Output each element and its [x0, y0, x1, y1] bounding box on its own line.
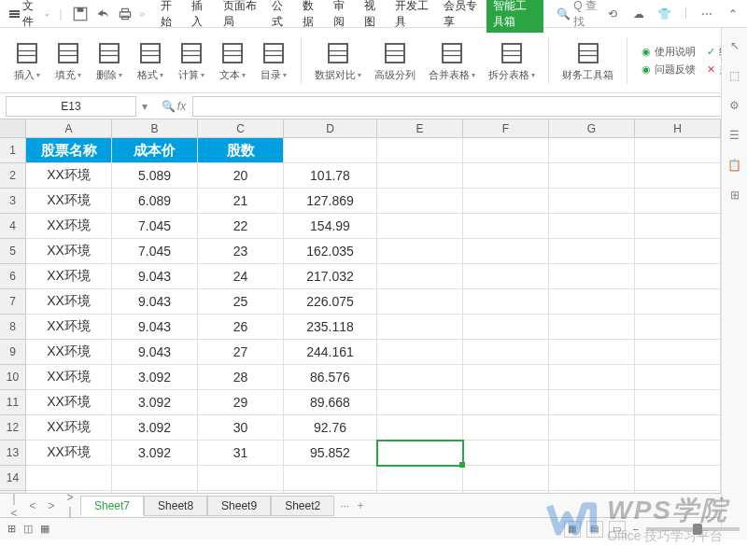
row-header[interactable]: 2	[0, 163, 26, 189]
sync-icon[interactable]: ⟲	[604, 6, 621, 22]
cell-H11[interactable]	[635, 390, 721, 415]
row-header[interactable]: 15	[0, 491, 26, 493]
cell-H1[interactable]	[635, 138, 721, 163]
cell-F11[interactable]	[463, 390, 549, 415]
cell-D14[interactable]	[284, 466, 377, 491]
row-header[interactable]: 9	[0, 340, 26, 365]
tab-插入[interactable]: 插入	[185, 0, 216, 33]
cell-F4[interactable]	[463, 214, 549, 239]
sheet-tab-Sheet9[interactable]: Sheet9	[207, 496, 271, 516]
cell-F13[interactable]	[463, 441, 549, 466]
sheet-tab-Sheet2[interactable]: Sheet2	[271, 496, 334, 516]
cell-H7[interactable]	[635, 289, 721, 315]
cell-F1[interactable]	[463, 138, 549, 163]
cell-C8[interactable]: 26	[198, 315, 284, 340]
cell-C14[interactable]	[198, 466, 284, 491]
ribbon-格式[interactable]: 格式▾	[131, 39, 170, 82]
cell-H6[interactable]	[635, 264, 721, 289]
col-header-E[interactable]: E	[377, 119, 463, 137]
cell-E14[interactable]	[377, 466, 463, 491]
zoom-slider[interactable]	[646, 527, 740, 531]
tab-会员专享[interactable]: 会员专享	[437, 0, 486, 33]
cell-H8[interactable]	[635, 315, 721, 340]
cell-A9[interactable]: XX环境	[26, 340, 112, 365]
cell-G1[interactable]	[549, 138, 635, 163]
cell-A13[interactable]: XX环境	[26, 441, 112, 466]
cell-D12[interactable]: 92.76	[284, 415, 377, 441]
cell-F15[interactable]	[463, 491, 549, 493]
cell-A5[interactable]: XX环境	[26, 239, 112, 264]
cell-F10[interactable]	[463, 365, 549, 390]
page-view-button[interactable]: ▤	[586, 521, 603, 538]
more-icon[interactable]: ⋯	[698, 6, 715, 22]
cell-H9[interactable]	[635, 340, 721, 365]
cell-F3[interactable]	[463, 189, 549, 214]
add-sheet-button[interactable]: ＋	[351, 497, 370, 513]
first-sheet-button[interactable]: ｜<	[6, 491, 22, 520]
fx-button[interactable]: 🔍 fx	[155, 100, 192, 113]
cell-E9[interactable]	[377, 340, 463, 365]
cell-F14[interactable]	[463, 466, 549, 491]
col-header-C[interactable]: C	[198, 119, 284, 137]
cell-B9[interactable]: 9.043	[112, 340, 198, 365]
cell-G7[interactable]	[549, 289, 635, 315]
tab-数据[interactable]: 数据	[296, 0, 327, 33]
settings-icon[interactable]: ⚙	[726, 97, 743, 114]
save-icon[interactable]	[72, 6, 89, 22]
cell-H15[interactable]	[635, 491, 721, 493]
skin-icon[interactable]: 👕	[656, 6, 673, 22]
cell-A10[interactable]: XX环境	[26, 365, 112, 390]
cell-G14[interactable]	[549, 466, 635, 491]
cell-G13[interactable]	[549, 441, 635, 466]
tab-视图[interactable]: 视图	[358, 0, 388, 33]
print-icon[interactable]	[117, 6, 134, 22]
cell-B6[interactable]: 9.043	[112, 264, 198, 289]
cell-H14[interactable]	[635, 466, 721, 491]
cell-B12[interactable]: 3.092	[112, 415, 198, 441]
cell-D1[interactable]	[284, 138, 377, 163]
read-view-button[interactable]: ▭	[609, 521, 626, 538]
tab-智能工具箱[interactable]: 智能工具箱	[486, 0, 544, 33]
file-menu[interactable]: 文件 ⌄	[6, 0, 54, 32]
cell-C9[interactable]: 27	[198, 340, 284, 365]
cell-H5[interactable]	[635, 239, 721, 264]
cell-F7[interactable]	[463, 289, 549, 315]
cell-C5[interactable]: 23	[198, 239, 284, 264]
row-header[interactable]: 13	[0, 441, 26, 466]
cell-G2[interactable]	[549, 163, 635, 189]
ribbon-目录[interactable]: 目录▾	[254, 39, 293, 82]
backup-icon[interactable]: ⊞	[726, 187, 743, 203]
cell-E6[interactable]	[377, 264, 463, 289]
cell-B1[interactable]: 成本价	[112, 138, 198, 163]
col-header-A[interactable]: A	[26, 119, 112, 137]
cell-A8[interactable]: XX环境	[26, 315, 112, 340]
col-header-F[interactable]: F	[463, 119, 549, 137]
cell-H12[interactable]	[635, 415, 721, 441]
cell-A3[interactable]: XX环境	[26, 189, 112, 214]
cell-E12[interactable]	[377, 415, 463, 441]
cell-C7[interactable]: 25	[198, 289, 284, 315]
ribbon-计算[interactable]: 计算▾	[172, 39, 211, 82]
more-sheets[interactable]: ···	[340, 499, 349, 512]
row-header[interactable]: 3	[0, 189, 26, 214]
ribbon-拆分表格[interactable]: 拆分表格▾	[483, 39, 541, 82]
row-header[interactable]: 7	[0, 289, 26, 315]
cell-D11[interactable]: 89.668	[284, 390, 377, 415]
cell-D7[interactable]: 226.075	[284, 289, 377, 315]
cell-G10[interactable]	[549, 365, 635, 390]
cell-A11[interactable]: XX环境	[26, 390, 112, 415]
cell-B14[interactable]	[112, 466, 198, 491]
cell-G9[interactable]	[549, 340, 635, 365]
cell-G12[interactable]	[549, 415, 635, 441]
cell-A15[interactable]	[26, 491, 112, 493]
cell-E3[interactable]	[377, 189, 463, 214]
cell-B5[interactable]: 7.045	[112, 239, 198, 264]
row-header[interactable]: 6	[0, 264, 26, 289]
last-sheet-button[interactable]: >｜	[62, 491, 78, 520]
tab-公式[interactable]: 公式	[265, 0, 296, 33]
prev-sheet-button[interactable]: <	[24, 499, 41, 512]
cell-A12[interactable]: XX环境	[26, 415, 112, 441]
cell-E11[interactable]	[377, 390, 463, 415]
cell-B11[interactable]: 3.092	[112, 390, 198, 415]
cell-G6[interactable]	[549, 264, 635, 289]
